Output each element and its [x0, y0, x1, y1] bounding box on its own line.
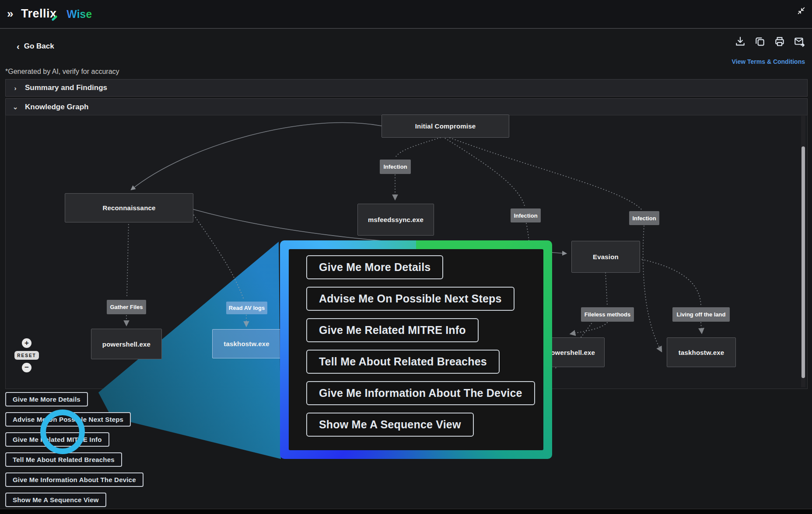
section-knowledge-graph[interactable]: ⌄ Knowledge Graph — [5, 98, 808, 116]
email-share-icon[interactable] — [794, 36, 805, 47]
download-icon[interactable] — [735, 36, 746, 47]
graph-node-taskhostw-left[interactable]: taskhostw.exe — [212, 329, 281, 358]
context-menu-item-3[interactable]: Tell Me About Related Breaches — [5, 452, 122, 467]
trellix-wise-window: » Trellix Wise ‹ Go Back *Generated by A… — [0, 0, 812, 514]
context-menu: Give Me More DetailsAdvise Me On Possibl… — [5, 392, 144, 513]
callout-menu-item-1[interactable]: Advise Me On Possible Next Steps — [306, 287, 514, 311]
chevron-left-icon: ‹ — [17, 43, 20, 50]
callout-menu: Give Me More DetailsAdvise Me On Possibl… — [289, 249, 543, 450]
graph-node-reconnaissance[interactable]: Reconnaissance — [65, 193, 193, 222]
collapse-icon[interactable] — [796, 6, 806, 16]
callout-menu-item-0[interactable]: Give Me More Details — [306, 255, 443, 279]
context-menu-item-2[interactable]: Give Me Related MITRE Info — [5, 432, 109, 447]
bottom-strip — [0, 509, 812, 514]
panel-scrollbar-track[interactable] — [801, 116, 805, 387]
trellix-logo: Trellix — [21, 7, 57, 21]
graph-node-initial-compromise[interactable]: Initial Compromise — [382, 115, 509, 138]
callout-menu-item-2[interactable]: Give Me Related MITRE Info — [306, 318, 479, 342]
callout-menu-item-3[interactable]: Tell Me About Related Breaches — [306, 350, 500, 374]
top-bar: » Trellix Wise — [0, 0, 812, 29]
terms-link[interactable]: View Terms & Conditions — [732, 58, 805, 65]
brand-text: Trellix — [21, 7, 57, 20]
section-label: Summary and Findings — [25, 83, 107, 92]
callout-menu-item-4[interactable]: Give Me Information About The Device — [306, 381, 535, 405]
chevron-right-icon: › — [6, 84, 25, 92]
zoom-in-button[interactable]: + — [22, 338, 32, 348]
graph-node-msfeedssync[interactable]: msfeedssync.exe — [357, 204, 434, 236]
context-menu-item-1[interactable]: Advise Me On Possible Next Steps — [5, 412, 131, 427]
go-back-button[interactable]: ‹ Go Back — [17, 42, 54, 51]
header-action-icons — [735, 36, 805, 47]
magnifier-callout: Give Me More DetailsAdvise Me On Possibl… — [280, 240, 552, 459]
context-menu-item-4[interactable]: Give Me Information About The Device — [5, 472, 144, 487]
go-back-label: Go Back — [24, 42, 54, 51]
graph-node-powershell-left[interactable]: powershell.exe — [91, 329, 162, 359]
graph-node-evasion[interactable]: Evasion — [571, 241, 640, 273]
double-chevron-right-icon[interactable]: » — [7, 8, 13, 19]
callout-menu-item-5[interactable]: Show Me A Sequence View — [306, 413, 474, 437]
context-menu-item-5[interactable]: Show Me A Sequence View — [5, 493, 106, 507]
copy-icon[interactable] — [754, 36, 766, 47]
chevron-down-icon: ⌄ — [6, 103, 25, 111]
section-label: Knowledge Graph — [25, 103, 88, 111]
section-summary-and-findings[interactable]: › Summary and Findings — [5, 79, 808, 97]
context-menu-item-0[interactable]: Give Me More Details — [5, 392, 88, 406]
print-icon[interactable] — [774, 36, 785, 47]
zoom-out-button[interactable]: − — [22, 363, 32, 372]
brand-suffix: Wise — [66, 8, 92, 21]
graph-node-taskhostw-right[interactable]: taskhostw.exe — [667, 337, 736, 367]
zoom-reset-button[interactable]: RESET — [14, 351, 39, 360]
panel-scrollbar-thumb[interactable] — [802, 146, 805, 378]
ai-disclaimer: *Generated by AI, verify for accuracy — [5, 68, 119, 76]
